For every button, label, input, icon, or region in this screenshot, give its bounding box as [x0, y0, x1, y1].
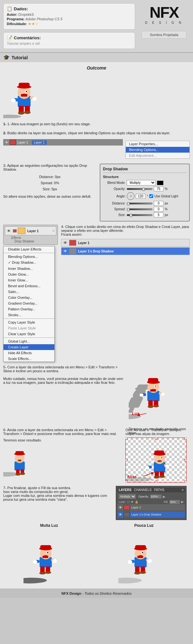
- cm-clear-style[interactable]: Clear Layer Style: [4, 331, 54, 337]
- difficulty-field: Dificuldade: ★★☆: [7, 22, 132, 26]
- lp-paths-tab[interactable]: PATHS: [154, 488, 164, 492]
- canvas-svg: Alças: [125, 438, 187, 483]
- lp-layer2-name: Layer 2: [131, 506, 184, 509]
- lp-channels-tab[interactable]: CHANNELS: [134, 488, 152, 492]
- opacity-input[interactable]: [154, 186, 163, 191]
- lp-opacity-input[interactable]: [150, 495, 161, 498]
- svg-point-117: [140, 571, 146, 574]
- lp-fill-input[interactable]: [170, 500, 180, 504]
- svg-point-100: [45, 571, 51, 574]
- svg-rect-60: [185, 438, 187, 440]
- cm-gradient-overlay[interactable]: Gradient Overlay...: [4, 300, 54, 306]
- size-slider[interactable]: [127, 214, 152, 216]
- cm-satin[interactable]: Satin...: [4, 289, 54, 295]
- menu-edit-adjustment[interactable]: Edit Adjustment...: [126, 153, 189, 158]
- cm-create-layer[interactable]: Create Layer: [4, 344, 54, 350]
- cm-drop-shadow[interactable]: ✓ Drop Shadow...: [4, 260, 54, 266]
- step7-right: LAYERS CHANNELS PATHS ≡ Multiply Opacity…: [116, 486, 190, 520]
- example-pouca-luz: Pouca Luz: [98, 523, 190, 585]
- svg-point-15: [18, 111, 24, 115]
- bottom-examples: Muita Luz: [3, 523, 190, 585]
- context-menu: Disable Layer Effects Blending Options..…: [3, 246, 55, 362]
- comment-text: Tutorial simples e útil: [7, 42, 132, 45]
- tutorial-header: 🎓 Tutorial: [0, 52, 193, 62]
- lp-shadow-name: Layer 1's Drop Shadow: [131, 513, 184, 516]
- cm-inner-glow[interactable]: Inner Glow...: [4, 277, 54, 283]
- cm-scale-effects[interactable]: Scale Effects...: [4, 356, 54, 362]
- outcome-title: Outcome: [3, 65, 190, 71]
- distance-slider[interactable]: [127, 203, 152, 204]
- step6-left: 6- Ainda com a layer da sombra seleciona…: [3, 428, 122, 483]
- lp-lock-icon1[interactable]: ☐: [127, 500, 130, 504]
- angle-circle[interactable]: ↗: [127, 192, 134, 200]
- cm-stroke[interactable]: Stroke...: [4, 312, 54, 318]
- sombra-button[interactable]: Sombra Projetada: [142, 31, 187, 39]
- example-muita-luz: Muita Luz: [3, 523, 95, 585]
- lp-layer2-eye[interactable]: 👁: [119, 506, 122, 509]
- step4-left: 👁 Layer 1 ⚙ Effects Drop Shadow Disable …: [3, 225, 58, 362]
- author-field: Autor: DropekkS: [7, 13, 132, 16]
- global-light-checkbox[interactable]: [149, 194, 153, 198]
- svg-rect-31: [150, 389, 156, 392]
- svg-point-7: [26, 91, 27, 92]
- step6-result-text: Teremos esse resultado.: [3, 438, 122, 442]
- lp-lock-icon2[interactable]: ✥: [131, 500, 133, 504]
- layer1-thumb: [69, 240, 76, 246]
- svg-rect-65: [185, 481, 187, 483]
- svg-rect-46: [15, 451, 24, 455]
- lp-fill-icon[interactable]: ▶: [181, 500, 184, 504]
- cm-disable-effects[interactable]: Disable Layer Effects: [4, 246, 54, 252]
- lp-opacity-label: Opacity:: [138, 495, 149, 498]
- menu-blending-options[interactable]: Blending Options...: [126, 147, 189, 153]
- lp-lock-icon3[interactable]: 🔒: [135, 500, 138, 504]
- step4-section: 👁 Layer 1 ⚙ Effects Drop Shadow Disable …: [3, 225, 190, 362]
- spread-input[interactable]: [154, 207, 163, 212]
- cm-color-overlay[interactable]: Color Overlay...: [4, 295, 54, 300]
- svg-point-116: [134, 572, 141, 574]
- cm-pattern-overlay[interactable]: Pattern Overlay...: [4, 306, 54, 312]
- spread-slider[interactable]: [127, 208, 152, 210]
- footer-brand: NFX Design: [61, 592, 81, 595]
- svg-text:Luz: Luz: [132, 411, 139, 416]
- nfx-design-text: D E S I G N: [145, 21, 183, 24]
- svg-point-47: [18, 459, 22, 461]
- step6-right: Obs: Ao usar o "Transform" sempre clique…: [125, 428, 190, 483]
- svg-point-108: [142, 552, 143, 553]
- svg-point-113: [128, 560, 132, 564]
- layer1-label: Layer 1: [17, 141, 28, 144]
- layer-panel-effects: 👁 Layer 1 ⚙ Effects Drop Shadow: [3, 225, 58, 245]
- step3-settings: Distance: 0px Spread: 0% Size: 5px: [3, 174, 96, 192]
- pouca-luz-mario: [118, 530, 170, 584]
- lp-layers-tab[interactable]: LAYERS: [119, 488, 132, 492]
- svg-point-16: [24, 111, 31, 114]
- distance-input[interactable]: [154, 201, 163, 206]
- opacity-slider[interactable]: [127, 188, 152, 190]
- blend-mode-select[interactable]: Multiply: [127, 180, 156, 185]
- svg-text:Alças: Alças: [127, 475, 136, 478]
- layer-shadow-thumb: [69, 248, 76, 254]
- color-swatch[interactable]: [157, 181, 163, 185]
- cm-copy-style[interactable]: Copy Layer Style: [4, 319, 54, 325]
- step7-text: 7- Pra finalizar, ajuste o Fill da sua s…: [3, 486, 113, 501]
- result-layer-drop-shadow: 👁 Layer 1's Drop Shadow: [61, 247, 190, 255]
- cm-hide-all[interactable]: Hide All Effects: [4, 350, 54, 356]
- svg-point-94: [52, 559, 57, 563]
- lp-right-icon[interactable]: ▶: [163, 495, 165, 499]
- lp-options-icon[interactable]: ≡: [182, 488, 184, 492]
- cm-outer-glow[interactable]: Outer Glow...: [4, 271, 54, 277]
- svg-rect-105: [135, 545, 146, 550]
- menu-layer-properties[interactable]: Layer Properties...: [126, 141, 189, 147]
- lp-shadow-eye[interactable]: 👁: [119, 513, 122, 516]
- svg-point-73: [161, 457, 162, 458]
- lp-blend-select[interactable]: Multiply: [119, 494, 136, 499]
- angle-input[interactable]: [136, 194, 145, 199]
- cm-global-light[interactable]: Global Light...: [4, 338, 54, 344]
- cm-inner-shadow[interactable]: Inner Shadow...: [4, 266, 54, 271]
- step5-right: Luz Teremos um resultado parecido com es…: [129, 365, 190, 425]
- svg-rect-70: [154, 450, 164, 455]
- step2-text: 2- Botão direito na layer da sua imagem,…: [3, 130, 190, 136]
- cm-bevel-emboss[interactable]: Bevel and Emboss...: [4, 283, 54, 289]
- step6-section: 6- Ainda com a layer da sombra seleciona…: [3, 428, 190, 483]
- size-input[interactable]: [154, 213, 163, 217]
- cm-blending-options[interactable]: Blending Options...: [4, 254, 54, 260]
